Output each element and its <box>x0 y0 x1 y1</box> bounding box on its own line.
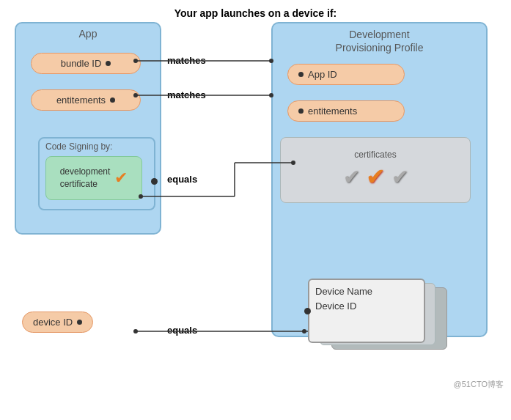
cert-seal-orange: ✔ <box>366 163 386 191</box>
app-box-label: App <box>16 23 160 43</box>
dev-cert-pill: development certificate ✔ <box>45 156 142 200</box>
page-title: Your app launches on a device if: <box>0 0 511 19</box>
device-id-dot <box>77 320 82 325</box>
entitlements2-label: entitements <box>308 106 357 117</box>
entitlements2-pill: entitements <box>287 100 405 122</box>
matches2-label: matches <box>167 89 206 100</box>
app-id-label: App ID <box>308 69 337 80</box>
device-front-dot <box>304 308 311 314</box>
certs-box: certificates ✔ ✔ ✔ <box>280 137 471 203</box>
device-box-front: Device Name Device ID <box>308 279 425 343</box>
matches1-label: matches <box>167 55 206 66</box>
device-id-label: device ID <box>33 317 73 328</box>
entitlements2-dot <box>298 108 304 114</box>
device-stack: vice me ce ID Device Device Name Device … <box>308 279 484 359</box>
bundle-id-dot <box>106 61 111 66</box>
cert-seal-silver: ✔ <box>343 165 360 189</box>
app-id-pill: App ID <box>287 64 405 85</box>
device-name-label: Device Name Device ID <box>315 284 418 313</box>
equals1-label: equals <box>167 174 197 185</box>
bundle-id-label: bundle ID <box>61 58 102 69</box>
code-sign-dot <box>151 178 158 185</box>
watermark: @51CTO博客 <box>454 379 504 390</box>
entitlements1-label: entitements <box>56 95 106 106</box>
dev-cert-label: development certificate <box>60 166 111 191</box>
code-sign-box: Code Signing by: development certificate… <box>38 137 155 210</box>
certs-label: certificates <box>354 150 396 160</box>
certs-icons: ✔ ✔ ✔ <box>343 163 408 191</box>
app-box: App bundle ID entitements Code Signing b… <box>15 22 161 235</box>
entitlements1-dot <box>110 97 115 103</box>
cert-seal-silver2: ✔ <box>391 165 408 189</box>
entitlements1-pill: entitements <box>31 89 141 111</box>
app-id-dot <box>298 72 304 77</box>
svg-point-12 <box>133 329 138 334</box>
equals2-label: equals <box>167 325 197 336</box>
dev-box-label: Development Provisioning Profile <box>273 23 486 57</box>
code-sign-label: Code Signing by: <box>40 139 154 153</box>
diagram-area: Your app launches on a device if: App bu… <box>0 0 511 396</box>
cert-seal-icon: ✔ <box>114 167 128 190</box>
device-id-pill: device ID <box>22 312 93 333</box>
bundle-id-pill: bundle ID <box>31 53 141 74</box>
